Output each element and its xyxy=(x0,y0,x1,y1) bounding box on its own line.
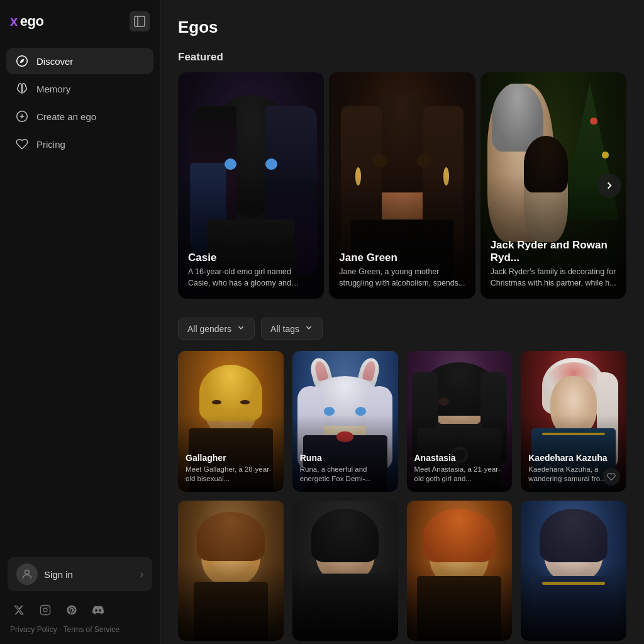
page-title: Egos xyxy=(178,18,626,37)
svg-rect-9 xyxy=(41,606,50,615)
ego-card-gallagher-desc: Meet Gallagher, a 28-year-old bisexual..… xyxy=(186,465,276,484)
ego-card-runa-info: Runa Runa, a cheerful and energetic Fox … xyxy=(292,445,398,492)
ego-card-row2-2[interactable] xyxy=(292,501,398,641)
featured-card-jane-info: Jane Green Jane Green, a young mother st… xyxy=(329,242,475,299)
filter-genders-label: All genders xyxy=(187,324,231,334)
chevron-right-icon: › xyxy=(140,569,143,580)
filter-row: All genders All tags xyxy=(178,318,626,340)
ego-card-anastasia-name: Anastasia xyxy=(414,453,505,463)
discord-icon[interactable] xyxy=(89,601,107,619)
featured-card-jane-name: Jane Green xyxy=(339,252,465,264)
kazuha-badge xyxy=(602,468,620,486)
ego-card-kazuha-name: Kaedehara Kazuha xyxy=(528,453,619,463)
instagram-icon[interactable] xyxy=(36,601,54,619)
ego-card-gallagher-name: Gallagher xyxy=(186,453,276,463)
svg-point-8 xyxy=(25,570,30,574)
filter-genders-button[interactable]: All genders xyxy=(178,318,255,340)
featured-card-jack-desc: Jack Ryder's family is decorating for Ch… xyxy=(491,267,616,289)
plus-circle-icon xyxy=(15,109,29,123)
featured-section-title: Featured xyxy=(178,51,626,64)
ego-card-kazuha[interactable]: Kaedehara Kazuha Kaedehara Kazuha, a wan… xyxy=(521,351,626,492)
sidebar-toggle-button[interactable] xyxy=(130,11,150,31)
sign-in-label: Sign in xyxy=(44,569,73,580)
sign-in-button[interactable]: Sign in › xyxy=(8,557,152,591)
filter-tags-label: All tags xyxy=(270,324,299,334)
featured-card-jack-info: Jack Ryder and Rowan Ryd... Jack Ryder's… xyxy=(480,229,626,299)
featured-card-jane-desc: Jane Green, a young mother struggling wi… xyxy=(339,267,465,289)
ego-card-row2-1[interactable] xyxy=(178,501,284,641)
ego-card-gallagher-info: Gallagher Meet Gallagher, a 28-year-old … xyxy=(178,445,284,492)
avatar xyxy=(16,564,38,585)
svg-point-11 xyxy=(47,607,48,608)
logo-x: x xyxy=(10,13,18,30)
sidebar-create-label: Create an ego xyxy=(36,111,96,122)
social-icons-row xyxy=(8,601,152,619)
logo-name: ego xyxy=(20,13,44,30)
featured-card-casie-desc: A 16-year-old emo girl named Casie, who … xyxy=(188,267,314,289)
footer-links: Privacy Policy · Terms of Service xyxy=(8,625,152,634)
terms-of-service-link[interactable]: Terms of Service xyxy=(64,625,119,634)
twitter-x-icon[interactable] xyxy=(10,601,28,619)
chevron-down-icon-2 xyxy=(304,323,313,334)
sidebar-discover-label: Discover xyxy=(36,56,73,67)
sidebar-nav: Discover Memory Create an eg xyxy=(0,43,160,162)
featured-card-jane[interactable]: Jane Green Jane Green, a young mother st… xyxy=(329,72,475,299)
sidebar-memory-label: Memory xyxy=(36,84,70,94)
svg-point-10 xyxy=(43,608,47,612)
ego-card-anastasia[interactable]: Anastasia Meet Anastasia, a 21-year-old … xyxy=(407,351,513,492)
ego-card-runa-desc: Runa, a cheerful and energetic Fox Demi-… xyxy=(300,465,391,484)
heart-icon xyxy=(15,137,29,151)
svg-marker-3 xyxy=(19,58,24,63)
brain-icon xyxy=(15,82,29,96)
sidebar-pricing-label: Pricing xyxy=(36,139,65,150)
privacy-policy-link[interactable]: Privacy Policy xyxy=(10,625,57,634)
carousel-next-button[interactable] xyxy=(597,174,621,197)
compass-icon xyxy=(15,54,29,68)
featured-carousel: Casie A 16-year-old emo girl named Casie… xyxy=(178,72,626,299)
featured-card-casie[interactable]: Casie A 16-year-old emo girl named Casie… xyxy=(178,72,324,299)
sidebar-item-discover[interactable]: Discover xyxy=(6,48,153,74)
ego-card-grid: Gallagher Meet Gallagher, a 28-year-old … xyxy=(178,351,626,641)
featured-card-casie-name: Casie xyxy=(188,252,314,264)
ego-card-anastasia-desc: Meet Anastasia, a 21-year-old goth girl … xyxy=(414,465,505,484)
main-content: Egos Featured xyxy=(160,0,644,644)
sidebar: xego Discover xyxy=(0,0,160,644)
featured-card-jack-name: Jack Ryder and Rowan Ryd... xyxy=(491,239,616,264)
sidebar-item-create[interactable]: Create an ego xyxy=(6,103,153,130)
ego-card-row2-4[interactable] xyxy=(521,501,626,641)
featured-card-casie-info: Casie A 16-year-old emo girl named Casie… xyxy=(178,242,324,299)
svg-rect-0 xyxy=(135,16,145,26)
sidebar-item-pricing[interactable]: Pricing xyxy=(6,131,153,157)
app-logo: xego xyxy=(10,13,43,30)
ego-card-runa-name: Runa xyxy=(300,453,391,463)
sign-in-left: Sign in xyxy=(16,564,73,585)
filter-tags-button[interactable]: All tags xyxy=(261,318,323,340)
ego-card-runa[interactable]: Runa Runa, a cheerful and energetic Fox … xyxy=(292,351,398,492)
ego-card-gallagher[interactable]: Gallagher Meet Gallagher, a 28-year-old … xyxy=(178,351,284,492)
pinterest-icon[interactable] xyxy=(63,601,80,619)
sidebar-footer: Sign in › xyxy=(0,547,160,644)
ego-card-anastasia-info: Anastasia Meet Anastasia, a 21-year-old … xyxy=(407,445,513,492)
sidebar-header: xego xyxy=(0,0,160,43)
featured-section: Featured xyxy=(178,51,626,299)
featured-cards-wrapper: Casie A 16-year-old emo girl named Casie… xyxy=(178,72,626,299)
ego-card-row2-3[interactable] xyxy=(407,501,513,641)
chevron-down-icon xyxy=(236,323,245,334)
sidebar-item-memory[interactable]: Memory xyxy=(6,75,153,102)
